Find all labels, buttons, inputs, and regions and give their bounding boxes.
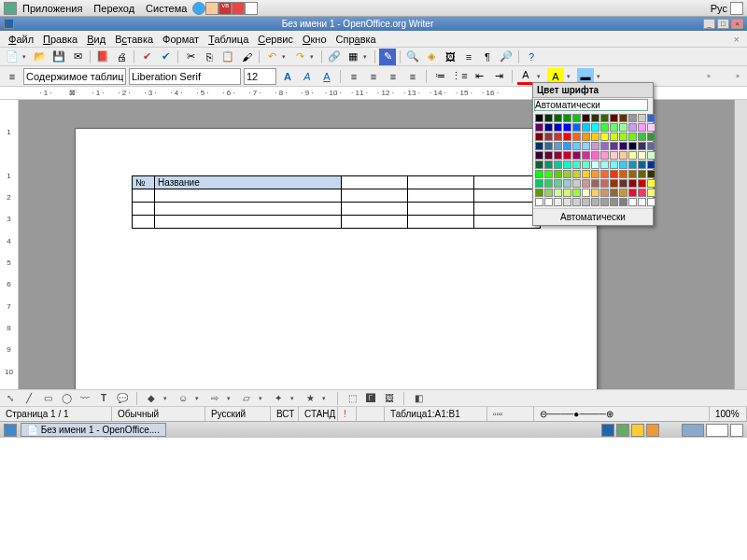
color-swatch[interactable] bbox=[638, 142, 646, 150]
color-swatch[interactable] bbox=[535, 170, 543, 178]
cut-button[interactable]: ✂ bbox=[182, 49, 199, 65]
email-button[interactable]: ✉ bbox=[69, 49, 86, 65]
color-swatch[interactable] bbox=[619, 161, 627, 169]
color-swatch[interactable] bbox=[600, 179, 609, 188]
toolbar-overflow[interactable]: » bbox=[736, 73, 743, 79]
taskbar-window-button[interactable]: 📄 Без имени 1 - OpenOffice.... bbox=[21, 423, 166, 437]
color-swatch[interactable] bbox=[638, 123, 646, 132]
hyperlink-button[interactable]: 🔗 bbox=[326, 49, 343, 65]
align-center-button[interactable]: ≡ bbox=[365, 68, 382, 85]
color-swatch[interactable] bbox=[628, 170, 637, 178]
close-button[interactable]: × bbox=[731, 19, 743, 29]
undo-button[interactable]: ↶ bbox=[263, 49, 280, 65]
italic-button[interactable]: A bbox=[299, 68, 316, 85]
color-swatch[interactable] bbox=[628, 161, 637, 169]
zoom-value[interactable]: 100% bbox=[710, 407, 747, 421]
color-swatch[interactable] bbox=[610, 170, 618, 178]
color-swatch[interactable] bbox=[535, 189, 543, 197]
places-menu[interactable]: Переход bbox=[88, 3, 140, 14]
color-swatch[interactable] bbox=[544, 189, 553, 197]
color-swatch[interactable] bbox=[638, 189, 646, 197]
menu-Правка[interactable]: Правка bbox=[38, 34, 82, 45]
color-swatch[interactable] bbox=[600, 123, 609, 132]
network-icon[interactable] bbox=[601, 424, 614, 437]
apps-menu[interactable]: Приложения bbox=[17, 3, 88, 14]
color-swatch[interactable] bbox=[628, 123, 637, 132]
zoom-button[interactable]: 🔎 bbox=[498, 49, 514, 65]
color-swatch[interactable] bbox=[563, 198, 571, 206]
menu-Формат[interactable]: Формат bbox=[158, 34, 204, 45]
doc-close-icon[interactable]: × bbox=[730, 34, 743, 45]
color-swatch[interactable] bbox=[563, 170, 571, 178]
color-swatch[interactable] bbox=[628, 179, 637, 188]
color-swatch[interactable] bbox=[554, 189, 562, 197]
color-swatch[interactable] bbox=[647, 189, 655, 197]
tray-applet-icon[interactable] bbox=[730, 2, 743, 15]
callout-shapes[interactable]: ✦ bbox=[272, 392, 285, 405]
page-style-status[interactable]: Обычный bbox=[112, 407, 205, 421]
color-swatch[interactable] bbox=[600, 133, 609, 141]
export-pdf-button[interactable]: 📕 bbox=[94, 49, 111, 65]
app2-icon[interactable] bbox=[245, 2, 258, 15]
bold-button[interactable]: A bbox=[279, 68, 296, 85]
menu-Вид[interactable]: Вид bbox=[82, 34, 110, 45]
color-swatch[interactable] bbox=[563, 161, 571, 169]
zoom-slider[interactable]: ⊖────●────⊕ bbox=[534, 407, 710, 421]
star-shapes[interactable]: ★ bbox=[303, 392, 317, 405]
vertical-scrollbar[interactable] bbox=[734, 100, 747, 389]
navigator-button[interactable]: ◈ bbox=[423, 49, 440, 65]
callout-tool[interactable]: 💬 bbox=[116, 392, 129, 405]
table-cell[interactable] bbox=[342, 176, 408, 189]
color-swatch[interactable] bbox=[582, 142, 590, 150]
print-button[interactable]: 🖨 bbox=[113, 49, 130, 65]
color-swatch[interactable] bbox=[628, 189, 637, 197]
redo-button[interactable]: ↷ bbox=[291, 49, 308, 65]
menu-Вставка[interactable]: Вставка bbox=[110, 34, 158, 45]
color-swatch[interactable] bbox=[572, 151, 581, 160]
ellipse-tool[interactable]: ◯ bbox=[60, 392, 73, 405]
insert-mode-status[interactable]: ВСТ bbox=[271, 407, 299, 421]
color-swatch[interactable] bbox=[610, 189, 618, 197]
color-swatch[interactable] bbox=[647, 170, 655, 178]
line-tool[interactable]: ╱ bbox=[22, 392, 35, 405]
color-swatch[interactable] bbox=[647, 179, 655, 188]
arrow-shapes[interactable]: ⇨ bbox=[208, 392, 221, 405]
color-swatch[interactable] bbox=[535, 151, 543, 160]
table-cell[interactable] bbox=[408, 176, 474, 189]
color-swatch[interactable] bbox=[544, 170, 553, 178]
system-menu[interactable]: Система bbox=[140, 3, 192, 14]
select-tool[interactable]: ⤡ bbox=[4, 392, 17, 405]
color-swatch[interactable] bbox=[600, 161, 609, 169]
table-dropdown[interactable]: ▾ bbox=[363, 53, 371, 61]
browser-icon[interactable] bbox=[192, 2, 205, 15]
color-swatch[interactable] bbox=[619, 170, 627, 178]
notification-icon[interactable] bbox=[646, 424, 659, 437]
document-table[interactable]: № Название bbox=[132, 175, 541, 229]
color-swatch[interactable] bbox=[638, 151, 646, 160]
color-swatch[interactable] bbox=[563, 123, 571, 132]
color-swatch[interactable] bbox=[610, 133, 618, 141]
fontwork-tool[interactable]: 🅵 bbox=[364, 392, 377, 405]
keyboard-layout[interactable]: Рус bbox=[711, 3, 727, 14]
color-swatch[interactable] bbox=[535, 161, 543, 169]
color-swatch[interactable] bbox=[600, 151, 609, 160]
color-swatch[interactable] bbox=[572, 142, 581, 150]
color-swatch[interactable] bbox=[638, 161, 646, 169]
auto-color-button[interactable]: Автоматически bbox=[533, 208, 653, 225]
color-swatch[interactable] bbox=[610, 161, 618, 169]
color-swatch[interactable] bbox=[610, 198, 618, 206]
color-swatch[interactable] bbox=[647, 133, 655, 141]
align-right-button[interactable]: ≡ bbox=[385, 68, 402, 85]
color-swatch[interactable] bbox=[544, 142, 553, 150]
color-swatch[interactable] bbox=[600, 114, 609, 122]
color-swatch[interactable] bbox=[638, 170, 646, 178]
color-swatch[interactable] bbox=[591, 151, 599, 160]
vertical-ruler[interactable]: 112345678910 bbox=[0, 100, 19, 389]
save-button[interactable]: 💾 bbox=[50, 49, 67, 65]
color-swatch[interactable] bbox=[554, 198, 562, 206]
workspace-2[interactable] bbox=[706, 424, 728, 437]
align-justify-button[interactable]: ≡ bbox=[404, 68, 421, 85]
color-swatch[interactable] bbox=[582, 114, 590, 122]
insert-table-button[interactable]: ▦ bbox=[345, 49, 361, 65]
color-swatch[interactable] bbox=[647, 123, 655, 132]
